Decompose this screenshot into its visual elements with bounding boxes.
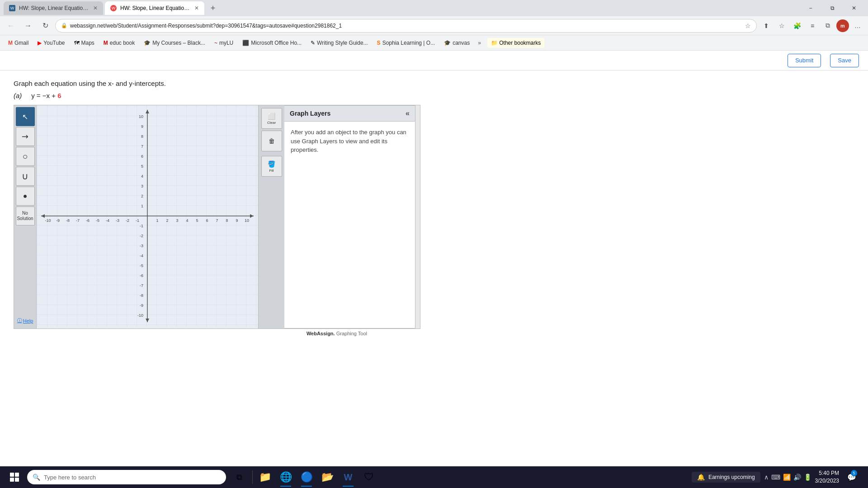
taskbar-search-bar[interactable]: 🔍 Type here to search [27,470,226,484]
parabola-icon: ∪ [22,171,28,182]
split-view-button[interactable]: ⧉ [821,19,835,33]
svg-text:-3: -3 [116,218,119,223]
delete-button[interactable]: 🗑 [261,131,282,151]
webassign-brand: WebAssign. [307,331,335,336]
refresh-button[interactable]: ↻ [38,19,52,33]
tray-chevron-icon[interactable]: ∧ [764,474,769,481]
tab-1[interactable]: W HW: Slope, Linear Equations, Fun... ✕ [4,1,103,15]
star-icon[interactable]: ☆ [745,22,751,29]
bookmark-writing-label: Writing Style Guide... [317,40,368,46]
earnings-text: Earnings upcoming [708,474,755,480]
network-icon[interactable]: 📶 [783,474,791,481]
bookmark-canvas[interactable]: 🎓 canvas [440,38,473,48]
bookmark-gmail[interactable]: M Gmail [5,38,32,48]
extensions-button[interactable]: 🧩 [790,19,804,33]
point-tool-button[interactable]: ● [16,187,35,206]
close-button[interactable]: ✕ [844,1,864,15]
volume-icon[interactable]: 🔊 [793,474,801,481]
settings-menu-button[interactable]: … [851,19,864,33]
clear-button[interactable]: ⬜ Clear [261,108,282,129]
system-clock[interactable]: 5:40 PM 3/20/2023 [815,469,839,485]
trash-icon: 🗑 [269,137,275,145]
new-tab-button[interactable]: + [206,1,220,15]
taskbar-files[interactable]: 📂 [317,466,338,488]
taskbar-file-explorer[interactable]: 📁 [255,466,275,488]
minimize-button[interactable]: − [800,1,821,15]
writing-icon: ✎ [311,40,315,46]
notification-button[interactable]: 💬 5 [843,466,861,488]
equation-highlight: 6 [57,92,61,99]
svg-text:4: 4 [141,174,143,178]
svg-text:6: 6 [206,218,208,223]
battery-icon[interactable]: 🔋 [804,474,811,481]
navigation-toolbar: ← → ↻ 🔒 webassign.net/web/Student/Assign… [0,16,868,35]
tab-1-favicon: W [9,5,15,11]
office-icon: ⬛ [242,40,249,46]
tab-1-title: HW: Slope, Linear Equations, Fun... [19,5,90,11]
share-button[interactable]: ⬆ [760,19,773,33]
line-tool-button[interactable]: ↗ [16,127,35,146]
back-button[interactable]: ← [4,19,18,33]
taskbar-chrome[interactable]: 🔵 [296,466,317,488]
no-solution-button[interactable]: NoSolution [16,206,35,225]
other-bookmarks[interactable]: 📁 Other bookmarks [487,38,544,48]
cursor-tool-button[interactable]: ↖ [16,107,35,126]
earnings-upcoming-widget[interactable]: 🔔 Earnings upcoming [692,472,760,483]
restore-button[interactable]: ⧉ [822,1,843,15]
list-button[interactable]: ≡ [806,19,819,33]
tab-2-close[interactable]: ✕ [194,5,199,11]
tab-1-close[interactable]: ✕ [93,5,98,11]
bookmark-office[interactable]: ⬛ Microsoft Office Ho... [239,38,305,48]
forward-button[interactable]: → [21,19,35,33]
bookmark-writing[interactable]: ✎ Writing Style Guide... [307,38,372,48]
maps-icon: 🗺 [74,40,80,46]
bookmark-mylu[interactable]: ~ myLU [211,38,237,48]
bookmark-sophia-label: Sophia Learning | O... [382,40,435,46]
graph-area[interactable]: -10 -9 -8 -7 -6 -5 -4 -3 -2 -1 1 2 3 [37,105,258,328]
page-content: Submit Save Graph each equation using th… [0,51,868,488]
bookmark-educ[interactable]: M educ book [100,38,138,48]
bookmark-courses[interactable]: 🎓 My Courses – Black... [140,38,209,48]
svg-text:-7: -7 [140,283,143,288]
tab-2-title: HW: Slope, Linear Equations, Fun... [120,5,191,11]
window-controls: − ⧉ ✕ [800,1,864,15]
svg-text:1: 1 [156,218,158,223]
fill-icon: 🪣 [268,160,275,168]
svg-text:10: 10 [245,218,249,223]
bookmark-mylu-label: myLU [219,40,233,46]
circle-tool-button[interactable]: ○ [16,147,35,166]
tab-2[interactable]: W HW: Slope, Linear Equations, Fun... ✕ [105,1,204,15]
clock-date: 3/20/2023 [815,477,839,485]
taskbar-task-view[interactable]: ⧉ [229,466,250,488]
page-action-button-1[interactable]: Submit [788,54,821,67]
taskbar: 🔍 Type here to search ⧉ 📁 🌐 🔵 📂 W 🛡 [0,466,868,488]
taskbar-edge[interactable]: 🌐 [275,466,296,488]
chrome-active-bar [301,486,312,487]
collapse-layers-button[interactable]: « [406,109,410,117]
url-text: webassign.net/web/Student/Assignment-Res… [70,23,742,29]
start-button[interactable] [4,466,25,488]
profile-button[interactable]: m [836,19,849,32]
bookmark-maps[interactable]: 🗺 Maps [71,38,98,48]
help-link[interactable]: ⓘ Help [17,317,33,327]
taskbar-word[interactable]: W [338,466,359,488]
help-icon: ⓘ [17,317,22,324]
bookmark-courses-label: My Courses – Black... [152,40,205,46]
bookmark-canvas-label: canvas [453,40,470,46]
parabola-tool-button[interactable]: ∪ [16,167,35,186]
bookmarks-more-button[interactable]: » [475,38,484,48]
keyboard-icon[interactable]: ⌨ [771,474,780,481]
address-bar[interactable]: 🔒 webassign.net/web/Student/Assignment-R… [55,19,757,33]
bookmark-youtube[interactable]: ▶ YouTube [34,38,68,48]
favorites-button[interactable]: ☆ [775,19,788,33]
bookmark-office-label: Microsoft Office Ho... [251,40,302,46]
graph-layers-title: Graph Layers [290,110,330,117]
bookmark-sophia[interactable]: S Sophia Learning | O... [373,38,439,48]
svg-text:9: 9 [141,124,143,129]
svg-text:-10: -10 [137,313,143,318]
fill-button[interactable]: 🪣 Fill [261,156,282,177]
svg-text:-8: -8 [66,218,70,223]
page-action-button-2[interactable]: Save [830,54,859,67]
taskbar-security[interactable]: 🛡 [359,466,379,488]
tab-2-favicon: W [110,5,117,11]
